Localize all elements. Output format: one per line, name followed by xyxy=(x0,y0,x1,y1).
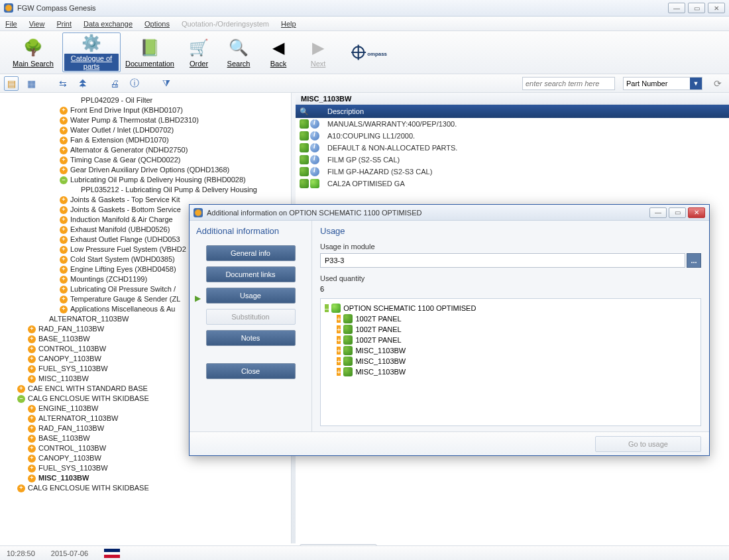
back-button[interactable]: ◀ Back xyxy=(258,32,298,72)
menu-file[interactable]: File xyxy=(5,20,17,28)
expand-icon[interactable] xyxy=(28,435,36,443)
table-row[interactable]: MANUALS/WARRANTY:400/PEP/1300. xyxy=(296,118,729,130)
link-icon[interactable] xyxy=(300,179,309,188)
order-button[interactable]: 🛒 Order xyxy=(179,32,219,72)
view-list-icon[interactable]: ▤ xyxy=(4,76,19,91)
col-description[interactable]: Description xyxy=(323,105,729,118)
expand-icon[interactable] xyxy=(60,107,68,115)
usage-tree-item[interactable]: 1002T PANEL xyxy=(325,335,697,345)
search-input[interactable] xyxy=(522,77,615,90)
search-button[interactable]: 🔍 Search xyxy=(219,32,258,72)
nav-document-links[interactable]: Document links xyxy=(206,266,296,282)
tree-item[interactable]: Alternator & Generator (NDHD2750) xyxy=(7,145,290,155)
tree-item[interactable]: Timing Case & Gear (QCHD0022) xyxy=(7,155,290,165)
link-icon[interactable] xyxy=(300,155,309,164)
close-button[interactable]: ✕ xyxy=(708,3,725,13)
dialog-maximize-button[interactable]: ▭ xyxy=(669,207,686,218)
table-row[interactable]: DEFAULT & NON-ALLOCATED PARTS. xyxy=(296,142,729,154)
expand-icon[interactable] xyxy=(28,445,36,453)
magnify-icon[interactable]: 🔍 xyxy=(300,107,309,115)
expand-icon[interactable] xyxy=(28,345,36,353)
tree-item[interactable]: Gear Driven Auxiliary Drive Options (QDH… xyxy=(7,165,290,175)
refresh-icon[interactable]: ⟳ xyxy=(710,76,725,91)
expand-icon[interactable] xyxy=(28,365,36,373)
expand-icon[interactable] xyxy=(28,415,36,423)
expand-icon[interactable] xyxy=(60,236,68,244)
tree-item[interactable]: Water Pump & Thermostat (LBHD2310) xyxy=(7,115,290,125)
tree-item[interactable]: FUEL_SYS_1103BW xyxy=(7,463,290,473)
tree-item[interactable]: Joints & Gaskets - Top Service Kit xyxy=(7,195,290,205)
table-row[interactable]: FILM GP-HAZARD (S2-S3 CAL) xyxy=(296,166,729,178)
tree-item[interactable]: CALG ENCLOSUE WITH SKIDBASE xyxy=(7,483,290,493)
table-row[interactable]: FILM GP (S2-S5 CAL) xyxy=(296,154,729,166)
usage-tree-item[interactable]: MISC_1103BW xyxy=(325,345,697,356)
table-row[interactable]: CAL2A OPTIMISED GA xyxy=(296,178,729,190)
expand-icon[interactable] xyxy=(28,455,36,463)
minimize-button[interactable]: — xyxy=(668,3,685,13)
maximize-button[interactable]: ▭ xyxy=(688,3,705,13)
print-icon[interactable]: 🖨 xyxy=(107,76,122,91)
link-icon[interactable] xyxy=(300,143,309,152)
info-icon[interactable] xyxy=(310,143,319,152)
expand-icon[interactable] xyxy=(60,216,68,224)
gear-icon[interactable] xyxy=(310,179,319,188)
expand-icon[interactable] xyxy=(17,385,25,393)
search-filter-dropdown[interactable]: Part Number ▼ xyxy=(623,77,702,90)
module-input[interactable] xyxy=(320,253,685,268)
expand-icon[interactable] xyxy=(17,484,25,492)
expand-icon[interactable] xyxy=(60,166,68,174)
menu-dataexchange[interactable]: Data exchange xyxy=(84,20,133,28)
info-icon[interactable] xyxy=(310,155,319,164)
collapse-all-icon[interactable]: ⯭ xyxy=(76,76,90,91)
tree-item[interactable]: Fan & Extension (MDHD1070) xyxy=(7,135,290,145)
tree-item[interactable]: PPL035212 - Lubricating Oil Pump & Deliv… xyxy=(7,185,290,195)
info-icon[interactable] xyxy=(310,131,319,140)
module-more-button[interactable]: ... xyxy=(687,253,701,268)
link-icon[interactable] xyxy=(300,167,309,176)
expand-icon[interactable] xyxy=(337,368,341,376)
expand-icon[interactable] xyxy=(60,296,68,304)
nav-general-info[interactable]: General info xyxy=(206,245,296,261)
tree-item[interactable]: Lubricating Oil Pump & Delivery Housing … xyxy=(7,175,290,185)
expand-icon[interactable] xyxy=(28,325,36,333)
collapse-icon[interactable] xyxy=(325,304,329,312)
flag-uk-icon[interactable] xyxy=(104,549,120,558)
collapse-icon[interactable] xyxy=(17,395,25,403)
expand-icon[interactable] xyxy=(28,375,36,383)
usage-tree-item[interactable]: MISC_1103BW xyxy=(325,366,697,377)
dialog-minimize-button[interactable]: — xyxy=(649,207,667,218)
expand-icon[interactable] xyxy=(337,336,341,344)
expand-icon[interactable] xyxy=(337,325,341,333)
menu-print[interactable]: Print xyxy=(56,20,72,28)
expand-icon[interactable] xyxy=(60,226,68,234)
menu-help[interactable]: Help xyxy=(281,20,296,28)
expand-icon[interactable] xyxy=(60,246,68,254)
nav-close[interactable]: Close xyxy=(206,363,296,379)
expand-icon[interactable] xyxy=(337,315,341,323)
expand-icon[interactable] xyxy=(60,146,68,154)
expand-icon[interactable] xyxy=(60,127,68,135)
expand-icon[interactable] xyxy=(60,137,68,144)
expand-icon[interactable] xyxy=(28,475,36,482)
tree-expand-icon[interactable]: ⇆ xyxy=(56,76,70,91)
tree-item[interactable]: PPL042029 - Oil Filter xyxy=(7,95,290,105)
expand-icon[interactable] xyxy=(28,405,36,413)
usage-tree-item[interactable]: MISC_1103BW xyxy=(325,356,697,366)
view-detail-icon[interactable]: ▦ xyxy=(24,76,38,91)
usage-tree-item[interactable]: 1002T PANEL xyxy=(325,313,697,324)
usage-tree-root[interactable]: OPTION SCHEMATIC 1100 OPTIMISED xyxy=(325,303,697,313)
link-icon[interactable] xyxy=(300,119,309,129)
filter-icon[interactable]: ⧩ xyxy=(159,76,174,91)
expand-icon[interactable] xyxy=(60,276,68,284)
menu-view[interactable]: View xyxy=(29,20,45,28)
table-row[interactable]: A10:COUPLING LL1/2000. xyxy=(296,130,729,142)
menu-options[interactable]: Options xyxy=(144,20,170,28)
expand-icon[interactable] xyxy=(337,357,341,365)
expand-icon[interactable] xyxy=(60,117,68,125)
collapse-icon[interactable] xyxy=(60,176,68,184)
expand-icon[interactable] xyxy=(28,335,36,343)
expand-icon[interactable] xyxy=(60,156,68,164)
info-icon[interactable]: ⓘ xyxy=(127,76,142,91)
go-to-usage-button[interactable]: Go to usage xyxy=(595,436,701,452)
expand-icon[interactable] xyxy=(60,266,68,274)
